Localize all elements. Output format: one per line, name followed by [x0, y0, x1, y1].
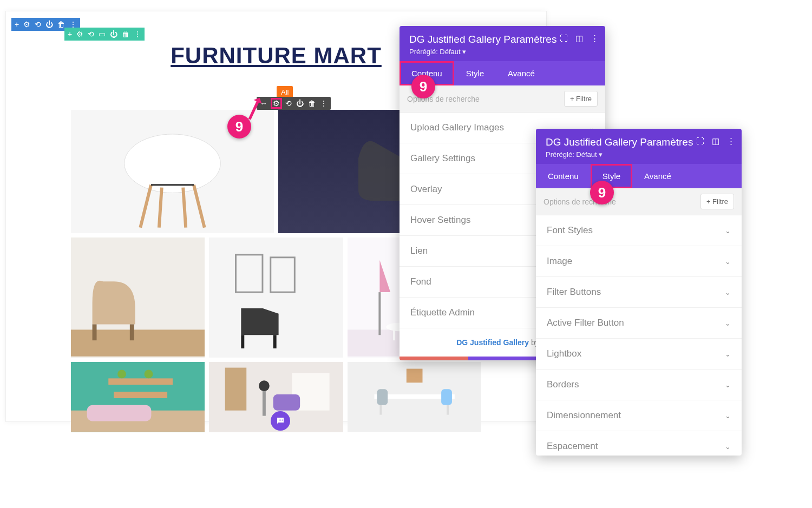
- gear-icon[interactable]: ⚙: [272, 99, 281, 108]
- svg-rect-15: [71, 362, 205, 411]
- section-filter-buttons[interactable]: Filter Buttons⌄: [536, 277, 742, 308]
- svg-rect-3: [130, 324, 134, 340]
- preset-selector[interactable]: Préréglé: Défaut ▾: [409, 48, 595, 56]
- section-label: Image: [547, 256, 572, 267]
- section-label: Active Filter Button: [547, 318, 624, 328]
- section-label: Filter Buttons: [547, 287, 601, 298]
- chevron-down-icon: ⌄: [725, 258, 731, 266]
- chevron-down-icon: ⌄: [725, 381, 731, 389]
- search-row: Options de recherche + Filtre: [536, 188, 742, 215]
- duplicate-icon[interactable]: ⟲: [35, 20, 41, 29]
- filter-button[interactable]: + Filtre: [700, 194, 734, 209]
- credit-link[interactable]: DG Justified Gallery: [456, 338, 529, 347]
- chevron-down-icon: ⌄: [725, 443, 731, 451]
- svg-rect-7: [273, 335, 277, 348]
- trash-icon[interactable]: 🗑: [122, 30, 129, 38]
- search-input[interactable]: Options de recherche: [543, 197, 700, 206]
- svg-rect-22: [225, 368, 247, 411]
- filter-button[interactable]: + Filtre: [564, 91, 598, 107]
- add-icon[interactable]: +: [68, 30, 72, 38]
- section-font-styles[interactable]: Font Styles⌄: [536, 215, 742, 246]
- undo-button[interactable]: ↶: [468, 357, 537, 360]
- svg-rect-5: [271, 258, 295, 292]
- section-list: Font Styles⌄ Image⌄ Filter Buttons⌄ Acti…: [536, 215, 742, 456]
- svg-rect-6: [241, 335, 245, 348]
- chevron-down-icon: ⌄: [725, 288, 731, 296]
- add-icon[interactable]: +: [15, 20, 19, 29]
- section-label: Dimensionnement: [547, 410, 621, 421]
- power-icon[interactable]: ⏻: [45, 20, 53, 29]
- section-label: Gallery Settings: [410, 153, 475, 164]
- gallery-image[interactable]: [71, 362, 205, 432]
- section-label: Espacement: [547, 441, 598, 452]
- gallery-image[interactable]: [71, 237, 205, 358]
- settings-panel-style: DG Justified Gallery Paramètres Préréglé…: [536, 129, 742, 456]
- section-label: Borders: [547, 379, 579, 390]
- svg-rect-25: [263, 389, 266, 415]
- gallery-image[interactable]: [348, 362, 481, 432]
- svg-rect-32: [406, 369, 422, 383]
- power-icon[interactable]: ⏻: [110, 30, 117, 38]
- svg-rect-21: [87, 405, 152, 421]
- section-image[interactable]: Image⌄: [536, 246, 742, 277]
- svg-point-34: [280, 420, 281, 421]
- duplicate-icon[interactable]: ⟲: [88, 30, 94, 38]
- kebab-icon[interactable]: ⋮: [320, 99, 328, 108]
- section-borders[interactable]: Borders⌄: [536, 370, 742, 400]
- svg-rect-31: [441, 389, 452, 405]
- section-espacement[interactable]: Espacement⌄: [536, 431, 742, 456]
- svg-rect-2: [93, 324, 97, 340]
- section-label: Fond: [410, 276, 431, 287]
- tab-avance[interactable]: Avancé: [496, 61, 547, 85]
- gallery-image[interactable]: [209, 237, 343, 358]
- section-label: Lightbox: [547, 348, 581, 359]
- gear-icon[interactable]: ⚙: [76, 30, 83, 38]
- chevron-down-icon: ⌄: [725, 412, 731, 420]
- svg-rect-1: [71, 329, 205, 356]
- power-icon[interactable]: ⏻: [296, 99, 304, 108]
- section-label: Hover Settings: [410, 215, 471, 226]
- svg-rect-24: [273, 394, 300, 411]
- tab-avance[interactable]: Avancé: [632, 164, 683, 188]
- preset-selector[interactable]: Préréglé: Défaut ▾: [546, 150, 732, 159]
- svg-rect-13: [393, 327, 395, 340]
- svg-rect-4: [236, 255, 263, 292]
- panel-header[interactable]: DG Justified Gallery Paramètres Préréglé…: [536, 129, 742, 164]
- module-toolbar[interactable]: ↔ ⚙ ⟲ ⏻ 🗑 ⋮: [257, 97, 331, 110]
- chevron-down-icon: ⌄: [725, 350, 731, 358]
- trash-icon[interactable]: 🗑: [308, 99, 316, 108]
- annotation-badge: 9: [227, 115, 251, 138]
- svg-point-26: [259, 380, 270, 391]
- duplicate-icon[interactable]: ⟲: [285, 99, 292, 108]
- kebab-icon[interactable]: ⋮: [591, 34, 599, 43]
- gear-icon[interactable]: ⚙: [23, 20, 30, 29]
- section-active-filter[interactable]: Active Filter Button⌄: [536, 308, 742, 339]
- section-lightbox[interactable]: Lightbox⌄: [536, 339, 742, 370]
- panel-header[interactable]: DG Justified Gallery Paramètres Préréglé…: [400, 26, 605, 61]
- row-toolbar[interactable]: + ⚙ ⟲ ▭ ⏻ 🗑 ⋮: [64, 28, 145, 41]
- svg-point-33: [279, 420, 280, 421]
- close-button[interactable]: ✕: [400, 357, 468, 360]
- expand-icon[interactable]: ⛶: [696, 136, 704, 146]
- kebab-icon[interactable]: ⋮: [727, 136, 735, 146]
- svg-rect-18: [114, 392, 167, 398]
- svg-point-20: [145, 370, 153, 379]
- annotation-badge: 9: [590, 181, 614, 204]
- columns-icon[interactable]: ◫: [712, 136, 719, 146]
- chat-icon[interactable]: [271, 411, 290, 431]
- svg-point-19: [117, 370, 126, 379]
- section-label: Lien: [410, 246, 428, 256]
- kebab-icon[interactable]: ⋮: [134, 30, 141, 38]
- svg-rect-17: [108, 378, 173, 385]
- expand-icon[interactable]: ⛶: [560, 34, 568, 43]
- section-label: Upload Gallery Images: [410, 122, 504, 133]
- section-dimension[interactable]: Dimensionnement⌄: [536, 400, 742, 431]
- svg-rect-30: [377, 389, 388, 405]
- columns-icon[interactable]: ▭: [99, 30, 106, 38]
- tab-contenu[interactable]: Contenu: [536, 164, 591, 188]
- section-label: Overlay: [410, 184, 442, 195]
- svg-point-35: [282, 420, 283, 421]
- columns-icon[interactable]: ◫: [575, 34, 583, 43]
- tab-style[interactable]: Style: [454, 61, 496, 85]
- section-label: Font Styles: [547, 225, 593, 236]
